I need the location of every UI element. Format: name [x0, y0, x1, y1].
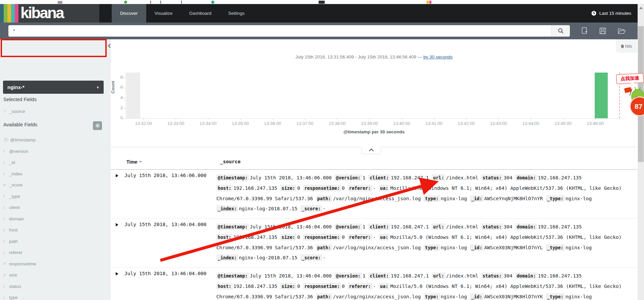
- field-item-referer[interactable]: t referer: [0, 247, 111, 258]
- field-item-status[interactable]: t status: [0, 281, 111, 292]
- field-item-size[interactable]: # size: [0, 269, 111, 281]
- row-source: @timestamp:July 15th 2018, 13:46:06.000 …: [216, 173, 637, 218]
- source-field-value: 0: [341, 284, 345, 289]
- selected-fields-title: Selected Fields: [3, 97, 37, 102]
- field-item-host[interactable]: t host: [0, 224, 111, 236]
- source-field-value: /index.html: [445, 273, 478, 278]
- source-field-name: _score:: [300, 254, 322, 261]
- y-tick-mark: [123, 118, 125, 119]
- kibana-wordmark: kibana: [18, 4, 63, 23]
- index-pattern-label: nginx-*: [3, 84, 96, 90]
- source-field-value: -: [322, 206, 326, 211]
- mascot-antenna: [639, 87, 641, 90]
- number-field-icon: #: [3, 261, 9, 266]
- chevron-down-icon: ▼: [96, 85, 104, 89]
- caret-right-icon: [116, 174, 118, 177]
- source-field-name: responsetime:: [303, 185, 341, 191]
- time-column-label: Time: [126, 159, 137, 165]
- field-item-responsetime[interactable]: # responsetime: [0, 258, 111, 270]
- source-field-name: status:: [481, 174, 503, 181]
- field-item-client[interactable]: t client: [0, 202, 111, 213]
- source-field-name: responsetime:: [303, 234, 341, 241]
- browser-icon-fragment: [58, 1, 62, 4]
- source-field-value: nginx-log: [440, 294, 467, 299]
- source-field-name: host:: [216, 185, 233, 191]
- field-item-_id[interactable]: t _id: [0, 157, 111, 168]
- kibana-logo: kibana: [0, 4, 99, 23]
- field-item-_index[interactable]: t _index: [0, 168, 111, 180]
- collapse-sidebar-button[interactable]: [107, 43, 112, 49]
- field-item-_score[interactable]: # _score: [0, 179, 111, 191]
- expand-row-button[interactable]: [111, 271, 124, 300]
- source-field-value: 192.168.247.135: [537, 224, 582, 229]
- hits-count: 9: [621, 43, 624, 49]
- x-tick-mark: [305, 119, 305, 120]
- field-item-@version[interactable]: t @version: [0, 146, 111, 157]
- save-search-button[interactable]: [596, 27, 609, 35]
- logo-stripe: [7, 4, 11, 23]
- row-source: @timestamp:July 15th 2018, 13:46:04.000 …: [216, 271, 637, 300]
- ad-bubble-text: 点我加速: [621, 75, 640, 82]
- source-field-name: referer:: [348, 185, 372, 191]
- histogram-bar[interactable]: [595, 73, 608, 118]
- open-search-button[interactable]: [615, 27, 628, 35]
- source-field-name: path:: [316, 293, 332, 300]
- source-field-value: nginx-log: [440, 196, 467, 201]
- field-item-@timestamp[interactable]: @timestamp: [0, 134, 111, 146]
- timepicker-button[interactable]: Last 15 minutes: [591, 4, 631, 23]
- source-field-name: path:: [316, 244, 332, 251]
- tab-visualize[interactable]: Visualize: [146, 4, 181, 23]
- scrollbar-up-arrow-icon[interactable]: [639, 7, 643, 9]
- expand-row-button[interactable]: [111, 173, 124, 218]
- hits-badge: 9 hits: [616, 39, 637, 53]
- browser-chrome-strip: [0, 0, 644, 4]
- source-field-name: client:: [368, 174, 390, 181]
- field-item-_type[interactable]: t _type: [0, 191, 111, 202]
- chart-title: July 15th 2018, 13:31:56.409 - July 15th…: [111, 54, 637, 59]
- source-field-name: client:: [368, 272, 390, 279]
- source-field-name: responsetime:: [303, 283, 341, 290]
- new-search-button[interactable]: [578, 27, 591, 35]
- source-field-name: _type:: [546, 244, 565, 251]
- time-column-header[interactable]: Time: [126, 159, 142, 165]
- field-settings-button[interactable]: [93, 121, 102, 130]
- index-pattern-selector[interactable]: nginx-* ▼: [3, 81, 104, 94]
- text-field-icon: t: [3, 194, 9, 199]
- expand-row-button[interactable]: [111, 222, 124, 267]
- tab-dashboard[interactable]: Dashboard: [181, 4, 220, 23]
- text-field-icon: t: [3, 284, 9, 289]
- source-field-value: 192.168.247.135: [537, 175, 582, 180]
- collapse-chart-button[interactable]: [362, 147, 381, 154]
- source-field-value: 304: [503, 224, 513, 229]
- x-tick-label: 13:41:00: [419, 121, 449, 126]
- field-item-path[interactable]: t path: [0, 236, 111, 247]
- search-button[interactable]: [551, 25, 570, 37]
- selected-field-_source[interactable]: ? _source: [0, 106, 111, 117]
- field-item-type[interactable]: t type: [0, 292, 111, 300]
- tab-settings[interactable]: Settings: [220, 4, 253, 23]
- field-item-domain[interactable]: t domain: [0, 213, 111, 225]
- scrollbar[interactable]: [638, 4, 644, 300]
- browser-icon-fragment: [319, 1, 325, 4]
- new-search-icon: [581, 27, 588, 35]
- source-field-value: -: [322, 255, 326, 260]
- source-field-value: 1: [362, 273, 366, 278]
- logo-stripe: [4, 4, 7, 23]
- browser-icon-fragment: [181, 1, 182, 4]
- source-field-name: size:: [280, 185, 297, 191]
- interval-link[interactable]: by 30 seconds: [423, 54, 452, 59]
- source-field-name: @version:: [335, 272, 362, 279]
- source-field-name: host:: [216, 283, 233, 290]
- source-field-name: type:: [424, 293, 440, 300]
- tab-discover[interactable]: Discover: [112, 4, 146, 23]
- search-input[interactable]: [8, 25, 551, 37]
- row-time: July 15th 2018, 13:46:06.000: [124, 173, 216, 218]
- source-field-value: July 15th 2018, 13:46:04.000: [249, 273, 331, 278]
- ad-speed-bubble[interactable]: 点我加速: [616, 73, 644, 84]
- source-field-name: url:: [432, 272, 445, 279]
- x-tick-label: 13:40:00: [387, 121, 417, 126]
- browser-icon-fragment: [211, 1, 214, 4]
- text-field-icon: t: [3, 160, 9, 165]
- sort-desc-icon: [139, 161, 142, 163]
- source-field-value: 0: [341, 185, 345, 191]
